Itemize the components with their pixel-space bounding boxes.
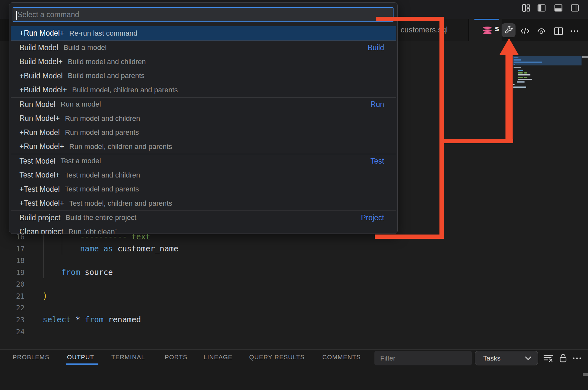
command-item-build-model[interactable]: Build ModelBuild a model Build — [11, 41, 396, 55]
annotation-line-vertical — [439, 17, 444, 239]
customize-layout-icon[interactable] — [522, 4, 530, 12]
more-actions-icon[interactable] — [570, 26, 579, 36]
command-input[interactable] — [13, 8, 397, 21]
preview-eye-icon[interactable] — [537, 26, 546, 36]
command-item-run-model[interactable]: Run ModelRun a model Run — [11, 98, 396, 112]
group-badge: Test — [371, 157, 384, 166]
annotation-arrowhead — [499, 38, 519, 55]
panel-tab-comments[interactable]: COMMENTS — [322, 354, 361, 361]
panel-filter-box — [374, 351, 472, 365]
annotation-line-top — [376, 17, 444, 21]
panel-scrollbar[interactable] — [583, 373, 588, 376]
command-item-test-model-parents[interactable]: +Test ModelTest model and parents — [11, 182, 396, 197]
minimap-highlight — [513, 56, 582, 65]
toggle-secondary-sidebar-icon[interactable] — [571, 4, 579, 12]
annotation-line-branch — [439, 139, 513, 143]
code-icon[interactable] — [520, 26, 530, 36]
clear-output-icon[interactable] — [543, 353, 553, 363]
lock-icon[interactable] — [558, 353, 568, 363]
panel-tab-lineage[interactable]: LINEAGE — [204, 354, 232, 361]
annotation-arrow-shaft — [505, 54, 513, 143]
more-actions-icon[interactable] — [572, 353, 582, 363]
text-caret — [16, 11, 17, 20]
code-line: 22 — [0, 302, 388, 314]
panel-tab-terminal[interactable]: TERMINAL — [111, 354, 145, 361]
panel-tab-query-results[interactable]: QUERY RESULTS — [249, 354, 305, 361]
group-badge: Run — [371, 100, 384, 109]
command-item-test-model[interactable]: Test ModelTest a model Test — [11, 154, 396, 168]
tasks-dropdown-label: Tasks — [483, 354, 501, 362]
annotation-line-bottom — [375, 235, 444, 239]
vscode-window: customers.sql s — [0, 0, 588, 390]
dbt-tools-button[interactable] — [502, 23, 516, 37]
command-input-box — [13, 7, 394, 22]
command-item-test-model-children[interactable]: Test Model+Test model and children — [11, 168, 396, 182]
code-line: 17 name as customer_name — [0, 243, 388, 255]
code-line: 20 — [0, 278, 388, 290]
editor-scrollbar[interactable] — [582, 56, 588, 58]
panel-tab-problems[interactable]: PROBLEMS — [13, 354, 50, 361]
tasks-dropdown[interactable]: Tasks — [475, 351, 538, 365]
filter-input[interactable] — [374, 351, 478, 365]
panel-tab-ports[interactable]: PORTS — [165, 354, 187, 361]
minimap[interactable] — [513, 56, 582, 134]
toggle-panel-icon[interactable] — [554, 4, 563, 12]
wrench-icon — [504, 25, 514, 36]
command-item-build-project[interactable]: Build projectBuild the entire project Pr… — [11, 211, 396, 225]
code-line: 23 select * from renamed — [0, 314, 388, 326]
command-item-build-model-children-parents[interactable]: +Build Model+Build model, children and p… — [11, 83, 396, 97]
command-item-run-model-children[interactable]: Run Model+Run model and children — [11, 111, 396, 126]
command-palette: +Run Model+Re-run last command Build Mod… — [9, 2, 398, 234]
panel-tab-output[interactable]: OUTPUT — [67, 354, 94, 361]
command-item-rerun-last[interactable]: +Run Model+Re-run last command — [11, 26, 396, 40]
command-item-run-model-children-parents[interactable]: +Run Model+Run model, children and paren… — [11, 140, 396, 154]
tab-customers-sql[interactable]: customers.sql — [398, 19, 469, 41]
command-item-build-model-children[interactable]: Build Model+Build model and children — [11, 55, 396, 69]
split-editor-icon[interactable] — [554, 26, 563, 36]
command-list: +Run Model+Re-run last command Build Mod… — [11, 26, 396, 234]
command-item-run-model-parents[interactable]: +Run ModelRun model and parents — [11, 126, 396, 140]
code-line: 21 ) — [0, 290, 388, 302]
command-item-build-model-parents[interactable]: +Build ModelBuild model and parents — [11, 69, 396, 83]
tab-active-query-panel[interactable]: s — [469, 19, 502, 41]
command-item-clean-project[interactable]: Clean projectRun `dbt clean` — [11, 225, 396, 234]
database-icon — [483, 27, 492, 34]
active-panel-tab-underline — [66, 363, 98, 365]
command-item-test-model-children-parents[interactable]: +Test Model+Test model, children and par… — [11, 196, 396, 211]
active-tab-indicator — [474, 19, 499, 20]
tab-label-partial: s — [495, 24, 499, 33]
code-line: 19 from source — [0, 267, 388, 279]
group-badge: Build — [368, 43, 384, 52]
chevron-down-icon — [525, 356, 531, 360]
code-line: 18 — [0, 255, 388, 267]
group-badge: Project — [361, 213, 384, 222]
toggle-primary-sidebar-icon[interactable] — [537, 4, 546, 12]
code-line: 24 — [0, 326, 388, 338]
